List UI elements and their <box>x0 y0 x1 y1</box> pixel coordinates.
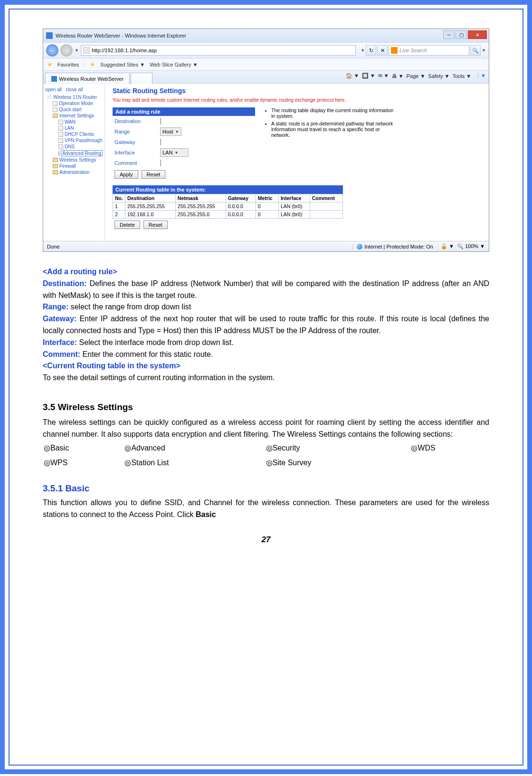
tab-label: Wireless Router WebServer <box>59 76 124 82</box>
favorites-bar: ★ Favorites | ★ Suggested Sites ▼ Web Sl… <box>43 58 489 71</box>
sec-wps: WPS <box>50 459 67 467</box>
table-header: Current Routing table in the system: <box>113 185 343 194</box>
section-list: ◎Basic ◎Advanced ◎Security ◎WDS ◎WPS ◎St… <box>43 441 489 471</box>
lbl-gateway: Gateway <box>113 139 160 145</box>
app-icon <box>46 32 53 39</box>
tab-active[interactable]: Wireless Router WebServer <box>45 73 130 84</box>
sec-stationlist: Station List <box>131 459 169 467</box>
search-placeholder: Live Search <box>399 48 427 53</box>
sec-security: Security <box>273 444 300 452</box>
page-number: 27 <box>43 535 489 545</box>
content-note: You may add and remote custom Internet r… <box>113 97 481 103</box>
select-interface[interactable]: LAN <box>160 148 189 157</box>
tools-menu[interactable]: Tools ▼ <box>452 73 471 79</box>
table-delete-button[interactable]: Delete <box>114 220 140 229</box>
safety-menu[interactable]: Safety ▼ <box>428 73 449 79</box>
search-engine-icon <box>391 47 398 54</box>
tree-advanced-routing[interactable]: Advanced Routing <box>45 150 103 157</box>
lbl-interface: Interface <box>113 150 160 155</box>
forward-button[interactable]: → <box>60 44 73 57</box>
tab-favicon <box>51 76 57 82</box>
tree-root[interactable]: 📄 Wireless 11N Router <box>45 94 103 100</box>
para-range: Range: select the range from drop down l… <box>43 301 489 313</box>
th-cm: Comment <box>310 194 342 202</box>
zoom-label[interactable]: 🔍 100% ▼ <box>457 243 485 249</box>
tree-internet-settings[interactable]: Internet Settings <box>45 113 103 119</box>
home-icon[interactable]: 🏠 ▼ <box>346 73 359 79</box>
close-all-link[interactable]: close all <box>66 87 83 92</box>
close-button[interactable]: ✕ <box>468 30 487 39</box>
nav-tree: 📄 Wireless 11N Router Operation Mode Qui… <box>45 94 103 175</box>
open-all-link[interactable]: open all <box>45 87 62 92</box>
favorites-label: Favorites <box>57 62 79 67</box>
address-bar[interactable]: http://192.168.1.1/home.asp <box>81 45 356 56</box>
status-left: Done <box>43 244 352 249</box>
maximize-button[interactable]: ▢ <box>456 30 467 39</box>
tree-firewall[interactable]: Firewall <box>45 163 103 169</box>
new-tab-button[interactable] <box>131 73 152 84</box>
lbl-gateway-doc: Gateway: <box>43 315 76 323</box>
tree-administration[interactable]: Administration <box>45 169 103 175</box>
input-destination[interactable] <box>160 118 161 125</box>
basic-bold: Basic <box>196 510 216 518</box>
status-mid-container: Internet | Protected Mode: On <box>352 244 437 249</box>
input-gateway[interactable] <box>160 139 161 145</box>
table-reset-button[interactable]: Reset <box>143 220 168 229</box>
heading-3-5: 3.5 Wireless Settings <box>43 400 489 414</box>
sec-sitesurvey: Site Survey <box>273 459 312 467</box>
search-button[interactable]: 🔍 <box>470 45 481 56</box>
page-body: open all close all 📄 Wireless 11N Router… <box>43 84 489 241</box>
lbl-destination-doc: Destination: <box>43 279 86 287</box>
lbl-range-doc: Range: <box>43 303 68 311</box>
tree-lan[interactable]: LAN <box>45 125 103 131</box>
refresh-button[interactable]: ↻ <box>366 45 376 56</box>
tree-sidebar: open all close all 📄 Wireless 11N Router… <box>43 84 105 241</box>
web-slice[interactable]: Web Slice Gallery ▼ <box>150 62 198 67</box>
sec-wds: WDS <box>418 444 435 452</box>
back-button[interactable]: ← <box>46 44 58 57</box>
heading-current-table: <Current Routing table in the system> <box>43 360 489 372</box>
search-dropdown-icon[interactable]: ▼ <box>482 48 486 53</box>
add-fav-icon[interactable]: ★ <box>90 61 95 68</box>
reset-button[interactable]: Reset <box>142 170 166 179</box>
security-icon[interactable]: 🔓 ▼ <box>441 243 454 249</box>
favorites-star-icon[interactable]: ★ <box>47 61 53 68</box>
th-mask: Netmask <box>175 194 226 202</box>
history-dropdown-icon[interactable]: ▼ <box>75 48 79 53</box>
suggested-sites[interactable]: Suggested Sites ▼ <box>100 62 145 67</box>
address-text: http://192.168.1.1/home.asp <box>92 48 157 53</box>
content-title: Static Routing Settings <box>113 87 481 95</box>
para-destination: Destination: Defines the base IP address… <box>43 278 489 302</box>
stop-button[interactable]: ✕ <box>377 45 388 56</box>
tree-dhcp[interactable]: DHCP Clients <box>45 131 103 137</box>
tree-operation-mode[interactable]: Operation Mode <box>45 100 103 106</box>
th-if: Interface <box>278 194 310 202</box>
search-box[interactable]: Live Search <box>389 45 469 56</box>
tree-wireless-settings[interactable]: Wireless Settings <box>45 157 103 163</box>
status-bar: Done Internet | Protected Mode: On 🔓 ▼ 🔍… <box>43 241 489 251</box>
page-favicon <box>83 47 90 54</box>
table-head-row: No. Destination Netmask Gateway Metric I… <box>113 194 343 202</box>
select-range[interactable]: Host <box>160 127 181 136</box>
info-box: The routing table display the current ro… <box>265 107 398 179</box>
tree-wan[interactable]: WAN <box>45 119 103 125</box>
help-icon[interactable]: ❔▼ <box>474 73 486 79</box>
lbl-range: Range <box>113 129 160 134</box>
tree-quick-start[interactable]: Quick start <box>45 106 103 113</box>
print-icon[interactable]: 🖶 ▼ <box>392 73 404 79</box>
para-gateway: Gateway: Enter IP address of the next ho… <box>43 313 489 337</box>
sec-advanced: Advanced <box>131 444 165 452</box>
minimize-button[interactable]: ─ <box>443 30 455 39</box>
routing-table: No. Destination Netmask Gateway Metric I… <box>113 194 343 219</box>
apply-button[interactable]: Apply <box>114 170 138 179</box>
para-3-5: The wireless settings can be quickly con… <box>43 417 489 441</box>
page-frame-inner: Wireless Router WebServer - Windows Inte… <box>9 9 523 766</box>
tree-dns[interactable]: DNS <box>45 144 103 150</box>
tree-vpn[interactable]: VPN Passthrough <box>45 137 103 144</box>
page-menu[interactable]: Page ▼ <box>407 73 426 79</box>
address-dropdown-icon[interactable]: ▼ <box>361 48 365 53</box>
input-comment[interactable] <box>160 160 161 166</box>
mail-icon[interactable]: ✉ ▼ <box>378 73 389 79</box>
feed-icon[interactable]: 🔲 ▼ <box>362 73 375 79</box>
routing-table-block: Current Routing table in the system: No.… <box>113 185 481 229</box>
